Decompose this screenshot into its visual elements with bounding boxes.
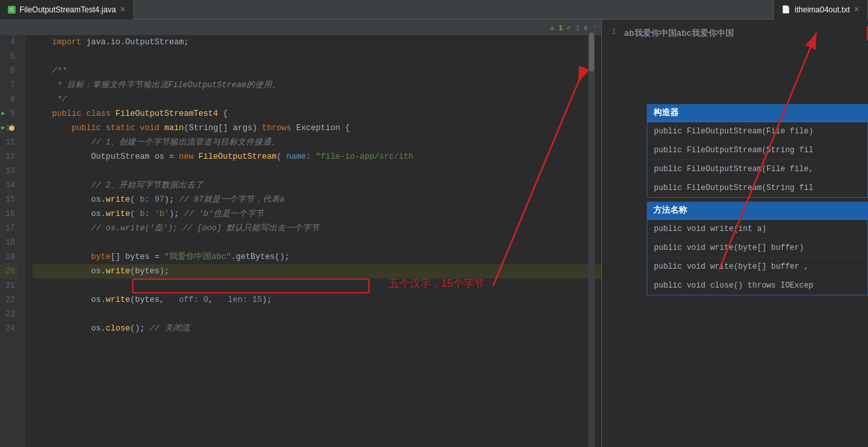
- ac-constructor-header: 构造器: [647, 104, 868, 122]
- code-line-21: [33, 278, 601, 293]
- ac-constructor-items: public FileOutputStream(File file) publi…: [647, 122, 868, 198]
- code-line-24: os.close(); // 关闭流: [33, 321, 601, 336]
- ln-21: 21: [0, 278, 19, 293]
- txt-line-1-row: 1 ab我爱你中国abc我爱你中国: [602, 23, 868, 40]
- code-area: 4 5 6 7 8 9 10 11 12 13 14 15 16 17 18 1…: [0, 35, 601, 447]
- ln-24: 24: [0, 321, 19, 336]
- tab-txt-label: itheima04out.txt: [794, 5, 850, 14]
- ln-11: 11: [0, 135, 19, 150]
- code-line-18: [33, 236, 601, 250]
- ln-9: 9: [0, 107, 19, 121]
- editor-panel: ⚠ 1 ✔ 1 ∧ ∨ 4 5 6 7 8 9 10 11 12 13 14 1…: [0, 20, 601, 447]
- code-line-12: OutputStream os = new FileOutputStream( …: [33, 150, 601, 164]
- error-badge: ✔ 1: [567, 23, 580, 32]
- ac-method-4[interactable]: public void close() throws IOExcep: [647, 277, 867, 295]
- code-line-23: [33, 307, 601, 321]
- ac-constructor-2[interactable]: public FileOutputStream(String fil: [647, 141, 867, 160]
- ln-22: 22: [0, 293, 19, 307]
- code-line-14: // 2、开始写字节数据出去了: [33, 178, 601, 193]
- ln-20: 20: [0, 264, 19, 278]
- ln-19: 19: [0, 250, 19, 264]
- ln-13: 13: [0, 164, 19, 178]
- code-line-5: [33, 49, 601, 64]
- ln-4: 4: [0, 35, 19, 49]
- editor-toolbar: ⚠ 1 ✔ 1 ∧ ∨: [0, 20, 601, 35]
- ln-16: 16: [0, 207, 19, 221]
- ac-method-header: 方法名称: [647, 202, 868, 219]
- ac-method-2[interactable]: public void write(byte[] buffer): [647, 239, 867, 258]
- editor-scrollbar[interactable]: [588, 35, 595, 447]
- ln-12: 12: [0, 150, 19, 164]
- ln-7: 7: [0, 78, 19, 92]
- ac-method-items: public void write(int a) public void wri…: [647, 219, 868, 295]
- code-line-20: os.write(bytes);: [33, 264, 601, 278]
- tab-java-label: FileOutputStreamTest4.java: [20, 5, 116, 14]
- tab-java-close[interactable]: ✕: [120, 5, 126, 14]
- code-line-15: os.write( b: 97); // 97就是一个字节，代表a: [33, 193, 601, 207]
- file-icon: 📄: [781, 5, 791, 14]
- ln-5: 5: [0, 49, 19, 64]
- ln-10: 10: [0, 121, 19, 135]
- code-line-8: */: [33, 92, 601, 107]
- tab-bar: C FileOutputStreamTest4.java ✕ 📄 itheima…: [0, 0, 868, 20]
- ac-constructor-4[interactable]: public FileOutputStream(String fil: [647, 179, 867, 197]
- line-numbers: 4 5 6 7 8 9 10 11 12 13 14 15 16 17 18 1…: [0, 35, 25, 447]
- right-content[interactable]: 1 ab我爱你中国abc我爱你中国 构造器 public FileOutputS…: [602, 20, 868, 447]
- txt-line-1-content: ab我爱你中国abc我爱你中国: [621, 26, 868, 40]
- right-panel: 1 ab我爱你中国abc我爱你中国 构造器 public FileOutputS…: [601, 20, 868, 447]
- ln-15: 15: [0, 193, 19, 207]
- ac-method-3[interactable]: public void write(byte[] buffer ,: [647, 258, 867, 277]
- code-line-6: /**: [33, 64, 601, 78]
- ln-14: 14: [0, 178, 19, 193]
- ac-constructor-1[interactable]: public FileOutputStream(File file): [647, 122, 867, 141]
- code-line-22: os.write(bytes, off: 0, len: 15);: [33, 293, 601, 307]
- tab-java[interactable]: C FileOutputStreamTest4.java ✕: [0, 0, 134, 20]
- warning-badge: ⚠ 1: [550, 23, 563, 32]
- code-content[interactable]: import java.io.OutputStream; /** * 目标：掌握…: [25, 35, 601, 447]
- code-line-11: // 1、创建一个字节输出流管道与目标文件接通。: [33, 135, 601, 150]
- ln-6: 6: [0, 64, 19, 78]
- code-line-9: public class FileOutputStreamTest4 {: [33, 107, 601, 121]
- code-line-10: public static void main(String[] args) t…: [33, 121, 601, 135]
- main-area: ⚠ 1 ✔ 1 ∧ ∨ 4 5 6 7 8 9 10 11 12 13 14 1…: [0, 20, 868, 447]
- scrollbar-thumb[interactable]: [589, 35, 594, 72]
- code-line-4: import java.io.OutputStream;: [33, 35, 601, 49]
- txt-line-number-1: 1: [602, 26, 621, 36]
- nav-up-button[interactable]: ∧: [584, 23, 588, 32]
- ln-17: 17: [0, 221, 19, 236]
- autocomplete-popup[interactable]: 构造器 public FileOutputStream(File file) p…: [647, 104, 868, 295]
- code-line-17: // os.write('磊'); // [ooo] 默认只能写出去一个字节: [33, 221, 601, 236]
- ac-constructor-3[interactable]: public FileOutputStream(File file,: [647, 160, 867, 179]
- code-line-13: [33, 164, 601, 178]
- tab-txt-close[interactable]: ✕: [854, 5, 860, 14]
- code-line-19: byte[] bytes = "我爱你中国abc".getBytes();: [33, 250, 601, 264]
- ln-18: 18: [0, 236, 19, 250]
- code-line-16: os.write( b: 'b'); // 'b'也是一个字节: [33, 207, 601, 221]
- java-file-icon: C: [8, 6, 16, 14]
- code-line-7: * 目标：掌握文件字节输出流FileOutputStream的使用。: [33, 78, 601, 92]
- tab-txt[interactable]: 📄 itheima04out.txt ✕: [773, 0, 868, 20]
- ln-23: 23: [0, 307, 19, 321]
- ac-method-1[interactable]: public void write(int a): [647, 220, 867, 239]
- ln-8: 8: [0, 92, 19, 107]
